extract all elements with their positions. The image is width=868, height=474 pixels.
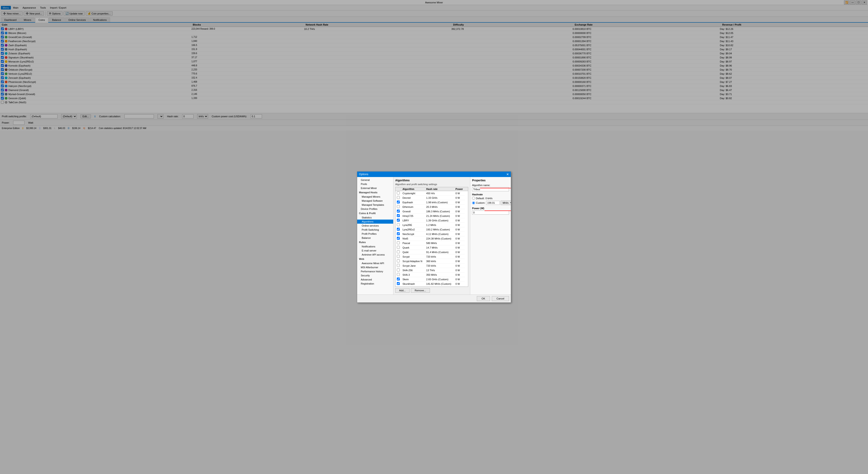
modal-overlay: Options ✕ General Pools External Miner M… <box>0 0 868 131</box>
